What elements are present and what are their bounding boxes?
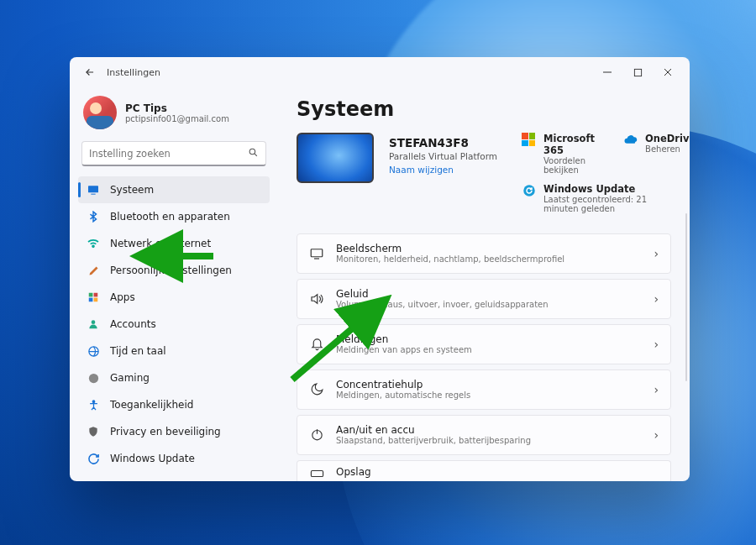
sidebar-item-apps[interactable]: Apps: [78, 284, 270, 311]
svg-point-16: [92, 400, 95, 402]
clock-globe-icon: [87, 344, 100, 358]
storage-icon: [309, 466, 324, 481]
search-icon: [248, 147, 259, 160]
row-storage[interactable]: Opslag: [297, 460, 671, 481]
tile-title: Windows Update: [543, 183, 661, 195]
row-title: Opslag: [336, 466, 371, 478]
svg-point-4: [249, 149, 255, 155]
sidebar-item-accessibility[interactable]: Toegankelijkheid: [78, 391, 270, 418]
tile-title: OneDrive: [645, 133, 690, 144]
row-title: Beeldscherm: [336, 243, 564, 254]
shield-icon: [87, 425, 100, 438]
svg-line-5: [255, 154, 257, 156]
chevron-right-icon: ›: [654, 247, 659, 260]
svg-rect-12: [94, 298, 98, 302]
nav-list: Systeem Bluetooth en apparaten Netwerk e…: [78, 176, 270, 472]
chevron-right-icon: ›: [654, 338, 659, 351]
apps-icon: [87, 291, 100, 304]
pc-thumbnail: [297, 133, 374, 183]
sidebar-item-system[interactable]: Systeem: [78, 176, 270, 203]
search-box[interactable]: [81, 141, 266, 166]
svg-point-8: [92, 245, 94, 247]
sidebar-item-label: Bluetooth en apparaten: [110, 211, 230, 223]
sidebar-item-label: Apps: [110, 291, 135, 303]
sidebar: PC Tips pctipsinfo01@gmail.com Systeem B…: [70, 87, 278, 481]
sidebar-item-label: Systeem: [110, 184, 154, 196]
svg-point-17: [523, 185, 535, 197]
row-sound[interactable]: GeluidVolume niveaus, uitvoer, invoer, g…: [297, 279, 671, 319]
sidebar-item-personalization[interactable]: Persoonlijke instellingen: [78, 257, 270, 284]
chevron-right-icon: ›: [654, 292, 659, 306]
row-title: Geluid: [336, 288, 549, 300]
minimize-button[interactable]: [592, 60, 622, 84]
gaming-icon: [87, 371, 100, 385]
svg-rect-9: [89, 293, 93, 297]
sidebar-item-label: Windows Update: [110, 453, 195, 464]
svg-rect-22: [311, 470, 323, 476]
pc-platform: Parallels Virtual Platform: [389, 151, 507, 161]
scrollbar[interactable]: [685, 213, 687, 381]
row-subtitle: Volume niveaus, uitvoer, invoer, geluids…: [336, 300, 549, 309]
tile-microsoft-365[interactable]: Microsoft 365Voordelen bekijken: [522, 133, 595, 175]
user-card[interactable]: PC Tips pctipsinfo01@gmail.com: [78, 87, 270, 141]
maximize-button[interactable]: [622, 60, 653, 84]
sidebar-item-bluetooth[interactable]: Bluetooth en apparaten: [78, 203, 270, 230]
tile-subtitle: Laatst gecontroleerd: 21 minuten geleden: [543, 195, 661, 213]
app-title: Instellingen: [107, 67, 160, 78]
settings-window: Instellingen PC Tips pctipsinfo01@gmail.…: [70, 57, 690, 481]
windows-update-status-icon: [522, 183, 537, 198]
sound-icon: [309, 291, 324, 307]
sidebar-item-privacy[interactable]: Privacy en beveiliging: [78, 418, 270, 445]
main-content: Systeem STEFAN43F8 Parallels Virtual Pla…: [278, 87, 690, 481]
user-email: pctipsinfo01@gmail.com: [125, 114, 229, 123]
row-title: Aan/uit en accu: [336, 424, 531, 436]
row-subtitle: Meldingen, automatische regels: [336, 390, 470, 400]
sidebar-item-accounts[interactable]: Accounts: [78, 311, 270, 338]
sidebar-item-label: Persoonlijke instellingen: [110, 265, 232, 276]
row-subtitle: Monitoren, helderheid, nachtlamp, beelds…: [336, 254, 564, 264]
system-hero: STEFAN43F8 Parallels Virtual Platform Na…: [297, 133, 671, 213]
sidebar-item-gaming[interactable]: Gaming: [78, 364, 270, 391]
row-title: Concentratiehulp: [336, 379, 470, 390]
display-icon: [309, 246, 324, 261]
row-power-battery[interactable]: Aan/uit en accuSlaapstand, batterijverbr…: [297, 415, 671, 455]
row-notifications[interactable]: MeldingenMeldingen van apps en systeem ›: [297, 324, 671, 364]
bluetooth-icon: [87, 210, 100, 223]
svg-rect-11: [89, 298, 93, 302]
svg-rect-10: [94, 293, 98, 297]
system-icon: [87, 183, 100, 197]
sidebar-item-time-language[interactable]: Tijd en taal: [78, 338, 270, 364]
microsoft-365-icon: [522, 133, 537, 148]
row-subtitle: Meldingen van apps en systeem: [336, 345, 472, 354]
back-button[interactable]: [78, 60, 102, 84]
svg-rect-18: [311, 249, 323, 257]
sidebar-item-network[interactable]: Netwerk en internet: [78, 230, 270, 257]
sidebar-item-label: Tijd en taal: [110, 345, 166, 357]
row-focus-assist[interactable]: ConcentratiehulpMeldingen, automatische …: [297, 369, 671, 410]
sidebar-item-label: Toegankelijkheid: [110, 399, 193, 411]
close-button[interactable]: [653, 60, 683, 84]
svg-point-15: [88, 373, 97, 382]
tile-subtitle: Beheren: [645, 144, 690, 154]
wifi-icon: [87, 237, 100, 250]
user-name: PC Tips: [125, 102, 229, 114]
update-icon: [87, 452, 100, 465]
tile-onedrive[interactable]: OneDriveBeheren: [623, 133, 690, 154]
svg-rect-6: [88, 186, 98, 192]
svg-rect-7: [91, 194, 95, 195]
svg-point-13: [92, 320, 96, 324]
brush-icon: [87, 264, 100, 277]
onedrive-icon: [623, 133, 638, 148]
power-icon: [309, 427, 324, 443]
chevron-right-icon: ›: [654, 428, 659, 442]
bell-icon: [309, 337, 324, 352]
rename-link[interactable]: Naam wijzigen: [389, 165, 507, 175]
tile-windows-update[interactable]: Windows UpdateLaatst gecontroleerd: 21 m…: [522, 183, 690, 213]
row-display[interactable]: BeeldschermMonitoren, helderheid, nachtl…: [297, 233, 671, 274]
settings-list: BeeldschermMonitoren, helderheid, nachtl…: [297, 233, 671, 481]
avatar: [83, 96, 117, 129]
tile-subtitle: Voordelen bekijken: [543, 156, 595, 175]
sidebar-item-windows-update[interactable]: Windows Update: [78, 445, 270, 472]
accessibility-icon: [87, 398, 100, 411]
search-input[interactable]: [89, 148, 248, 160]
